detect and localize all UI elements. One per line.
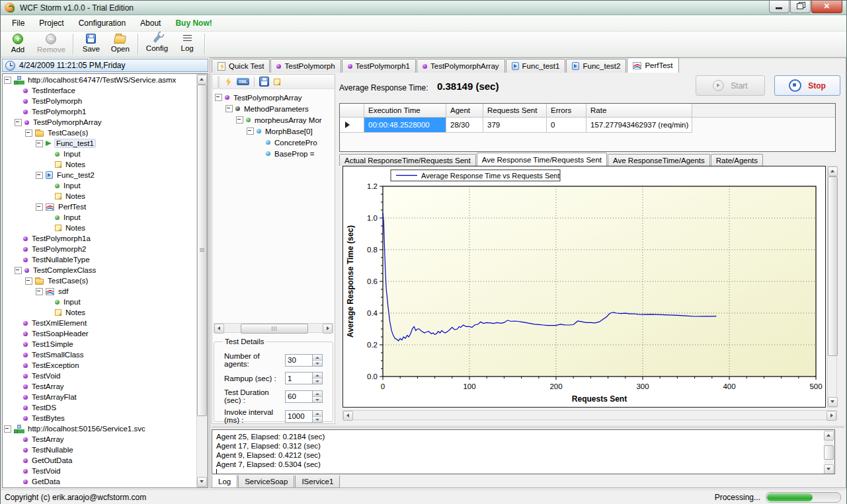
tree-expander-icon[interactable] <box>4 77 11 84</box>
tree-item[interactable]: TestPolymorphArray <box>214 92 333 103</box>
tree-expander-icon[interactable] <box>25 129 32 137</box>
spinner-buttons[interactable] <box>312 410 323 423</box>
tree-item[interactable]: TestXmlElement <box>3 318 197 328</box>
rampup-sec--input[interactable] <box>285 372 312 384</box>
menu-item-configuration[interactable]: Configuration <box>71 17 133 30</box>
spinner-buttons[interactable] <box>312 372 323 384</box>
tree-item[interactable]: BaseProp = <box>214 148 333 159</box>
tree-expander-icon[interactable] <box>36 140 43 147</box>
table-row[interactable]: 00:00:48.252800028/303790157.27794346293… <box>340 118 835 133</box>
number-of-agents--input[interactable] <box>285 354 312 367</box>
tree-item[interactable]: http://localhost:64747/TestWS/Service.as… <box>3 75 197 85</box>
grid-cell[interactable]: 0 <box>547 118 586 133</box>
tree-expander-icon[interactable] <box>15 267 22 274</box>
scroll-right-arrow-icon[interactable] <box>323 324 333 334</box>
tree-item[interactable]: TestPolymorph1a <box>3 233 197 244</box>
tree-item[interactable]: sdf <box>3 286 197 297</box>
tree-item[interactable]: Notes <box>3 223 197 233</box>
spin-down-icon[interactable] <box>313 417 322 422</box>
tree-item[interactable]: TestVoid <box>3 371 197 381</box>
log-tab-log[interactable]: Log <box>212 475 237 488</box>
chart-tab[interactable]: Ave Response Time/Requests Sent <box>477 153 607 166</box>
spin-up-icon[interactable] <box>313 373 322 378</box>
tree-item[interactable]: TestArray <box>3 381 197 392</box>
tree-item[interactable]: MorphBase[0] <box>214 126 333 137</box>
tree-item[interactable]: morpheusArray Mor <box>214 114 333 126</box>
scroll-left-arrow-icon[interactable] <box>343 411 353 421</box>
tree-item[interactable]: TestException <box>3 360 197 371</box>
log-scrollbar[interactable] <box>824 431 834 474</box>
tree-expander-icon[interactable] <box>15 119 22 126</box>
tab-quick-test[interactable]: Quick Test <box>212 59 270 73</box>
tree-item[interactable]: TestSoapHeader <box>3 328 197 339</box>
grid-column-header[interactable]: Rate <box>586 104 692 118</box>
tree-expander-icon[interactable] <box>36 172 43 179</box>
open-button[interactable]: Open <box>106 32 135 57</box>
scroll-up-arrow-icon[interactable] <box>824 431 834 441</box>
tree-item[interactable]: TestPolymorph <box>3 96 197 106</box>
spinner-buttons[interactable] <box>312 390 323 403</box>
start-button[interactable]: Start <box>696 75 765 96</box>
tree-item[interactable]: Input <box>3 297 197 307</box>
log-button[interactable]: Log <box>173 32 202 57</box>
tree-item[interactable]: TestArray <box>3 434 197 445</box>
grid-column-header[interactable]: Requests Sent <box>483 104 547 118</box>
minimize-button[interactable] <box>769 1 789 13</box>
tree-item[interactable]: TestNullableType <box>3 254 197 265</box>
tree-expander-icon[interactable] <box>247 127 254 135</box>
chart-tab[interactable]: Actual ResponseTime/Requests Sent <box>339 154 476 166</box>
spinner-buttons[interactable] <box>312 354 323 367</box>
tree-item[interactable]: http://localhost:50156/Service1.svc <box>3 423 197 434</box>
tree-item[interactable]: TestSmallClass <box>3 349 197 360</box>
log-tab-iservice1[interactable]: IService1 <box>295 476 340 488</box>
menu-item-buy-now-[interactable]: Buy Now! <box>168 17 219 30</box>
tab-perftest[interactable]: PerfTest <box>627 57 678 73</box>
tree-item[interactable]: Func_test2 <box>3 170 197 180</box>
tree-item[interactable]: TestComplexClass <box>3 265 197 275</box>
tab-testpolymorph[interactable]: TestPolymorph <box>270 59 341 73</box>
tree-item[interactable]: TestBytes <box>3 413 197 423</box>
scroll-left-arrow-icon[interactable] <box>214 324 224 334</box>
scroll-up-arrow-icon[interactable] <box>828 166 838 176</box>
tree-item[interactable]: TestVoid <box>3 466 197 476</box>
tree-item[interactable]: Notes <box>3 159 197 170</box>
tree-item[interactable]: Input <box>3 212 197 223</box>
config-button[interactable]: Config <box>141 32 173 57</box>
tree-expander-icon[interactable] <box>215 94 222 101</box>
grid-cell[interactable]: 157.277943462937 (req/min) <box>586 118 692 133</box>
scroll-down-arrow-icon[interactable] <box>828 397 838 407</box>
tree-item[interactable]: TestNullable <box>3 445 197 455</box>
grid-column-header[interactable]: Errors <box>547 104 586 118</box>
chart-hscrollbar[interactable] <box>343 410 837 420</box>
scroll-up-arrow-icon[interactable] <box>197 75 207 85</box>
tree-expander-icon[interactable] <box>36 203 43 211</box>
tree-item[interactable]: Notes <box>3 191 197 201</box>
chart-vscrollbar[interactable] <box>827 166 837 408</box>
tab-testpolymorph1[interactable]: TestPolymorph1 <box>342 59 416 73</box>
tree-item[interactable]: Test1Simple <box>3 339 197 349</box>
tree-item[interactable]: Notes <box>3 307 197 318</box>
tree-item[interactable]: TestInterface <box>3 85 197 96</box>
service-tree-scrollbar[interactable] <box>196 74 208 487</box>
test-duration-sec--input[interactable] <box>285 390 312 403</box>
spin-up-icon[interactable] <box>313 355 322 361</box>
add-button[interactable]: Add <box>3 32 32 57</box>
tree-item[interactable]: TestPolymorphArray <box>3 117 197 127</box>
grid-column-header[interactable]: Execution Time <box>364 104 446 118</box>
tree-expander-icon[interactable] <box>225 105 233 112</box>
results-grid[interactable]: Execution TimeAgentRequests SentErrorsRa… <box>339 103 836 152</box>
close-button[interactable] <box>811 1 842 13</box>
scroll-right-arrow-icon[interactable] <box>827 411 836 421</box>
toolbar-grip[interactable] <box>218 77 220 87</box>
xml-view-icon[interactable] <box>237 78 249 85</box>
scroll-down-arrow-icon[interactable] <box>824 464 834 474</box>
scroll-thumb[interactable] <box>828 176 838 356</box>
grid-cell[interactable]: 00:00:48.2528000 <box>364 118 446 133</box>
grid-cell[interactable]: 379 <box>483 118 547 133</box>
maximize-button[interactable] <box>790 1 811 13</box>
tab-testpolymorpharray[interactable]: TestPolymorphArray <box>417 59 505 73</box>
tree-item[interactable]: MethodParameters <box>214 103 333 114</box>
tree-item[interactable]: TestPolymorph1 <box>3 106 197 117</box>
chart-tab[interactable]: Rate/Agents <box>711 154 763 166</box>
tree-expander-icon[interactable] <box>36 288 43 295</box>
